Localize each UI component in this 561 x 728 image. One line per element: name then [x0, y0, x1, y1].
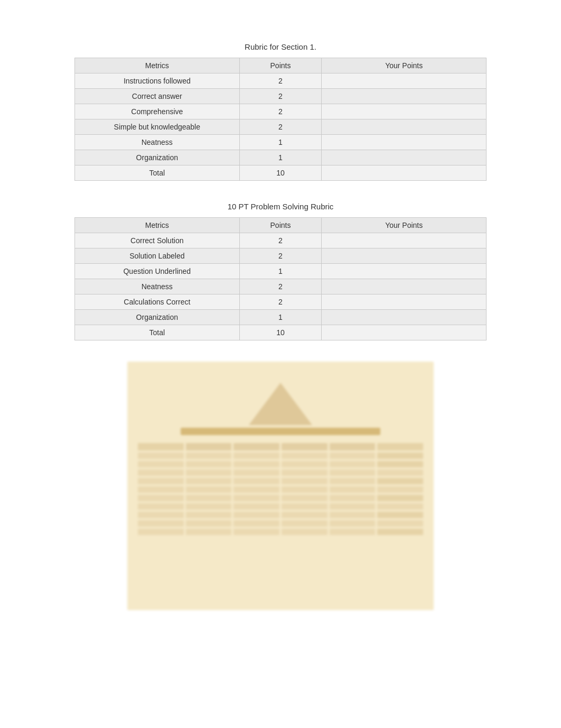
img-cell — [330, 443, 376, 450]
table-row: Neatness 2 — [75, 279, 487, 294]
table-row: Correct Solution 2 — [75, 233, 487, 248]
img-cell — [377, 520, 423, 527]
img-cell — [282, 520, 328, 527]
img-cell — [186, 520, 232, 527]
img-cell — [186, 529, 232, 535]
img-cell — [377, 461, 423, 467]
metric-cell: Total — [75, 325, 240, 340]
section-2-rubric: 10 PT Problem Solving Rubric Metrics Poi… — [32, 202, 529, 340]
table-row: Organization 1 — [75, 310, 487, 325]
img-cell — [377, 529, 423, 535]
img-cell — [330, 520, 376, 527]
points-cell: 1 — [239, 264, 322, 279]
img-cell — [186, 495, 232, 501]
points-cell: 2 — [239, 233, 322, 248]
blurred-image-inner — [127, 362, 434, 610]
metric-cell: Simple but knowledgeable — [75, 119, 240, 135]
img-cell — [233, 461, 279, 467]
img-row — [138, 469, 423, 476]
your-points-cell — [322, 310, 487, 325]
your-points-cell — [322, 248, 487, 264]
img-cell — [330, 495, 376, 501]
img-cell — [233, 512, 279, 518]
metric-cell: Neatness — [75, 135, 240, 150]
img-cell — [233, 443, 279, 450]
points-cell: 1 — [239, 150, 322, 165]
img-cell — [282, 512, 328, 518]
points-cell: 2 — [239, 73, 322, 89]
your-points-cell — [322, 89, 487, 104]
img-row — [138, 529, 423, 535]
section-1-table: Metrics Points Your Points Instructions … — [74, 58, 487, 181]
blurred-document-image — [127, 362, 434, 610]
img-cell — [138, 469, 184, 476]
img-cell — [186, 486, 232, 493]
section-2-table: Metrics Points Your Points Correct Solut… — [74, 217, 487, 340]
metric-cell: Neatness — [75, 279, 240, 294]
img-cell — [330, 453, 376, 459]
table-row: Instructions followed 2 — [75, 73, 487, 89]
decorative-title-bar — [181, 428, 380, 435]
img-cell — [330, 503, 376, 510]
img-cell — [282, 478, 328, 484]
img-cell — [377, 486, 423, 493]
img-cell — [377, 443, 423, 450]
img-cell — [186, 469, 232, 476]
metric-cell: Total — [75, 165, 240, 181]
img-row — [138, 495, 423, 501]
metric-cell: Instructions followed — [75, 73, 240, 89]
table-row: Solution Labeled 2 — [75, 248, 487, 264]
img-cell — [282, 486, 328, 493]
points-cell: 2 — [239, 89, 322, 104]
img-row — [138, 520, 423, 527]
img-cell — [186, 443, 232, 450]
img-cell — [330, 469, 376, 476]
img-cell — [330, 461, 376, 467]
section-1-title: Rubric for Section 1. — [32, 42, 529, 51]
points-cell: 2 — [239, 294, 322, 310]
table-row: Calculations Correct 2 — [75, 294, 487, 310]
your-points-cell — [322, 73, 487, 89]
img-cell — [138, 478, 184, 484]
your-points-cell — [322, 135, 487, 150]
img-cell — [377, 469, 423, 476]
metric-cell: Organization — [75, 150, 240, 165]
img-cell — [330, 529, 376, 535]
img-cell — [138, 443, 184, 450]
table-row: Correct answer 2 — [75, 89, 487, 104]
img-cell — [282, 443, 328, 450]
metric-cell: Calculations Correct — [75, 294, 240, 310]
img-row — [138, 443, 423, 450]
img-cell — [377, 478, 423, 484]
img-row — [138, 478, 423, 484]
col-header-your-points: Your Points — [322, 218, 487, 233]
points-cell: 1 — [239, 310, 322, 325]
img-cell — [138, 529, 184, 535]
col-header-points: Points — [239, 218, 322, 233]
img-cell — [233, 453, 279, 459]
img-cell — [233, 520, 279, 527]
img-cell — [138, 461, 184, 467]
img-cell — [138, 512, 184, 518]
decorative-table — [138, 443, 423, 535]
img-cell — [330, 486, 376, 493]
img-cell — [377, 495, 423, 501]
metric-cell: Comprehensive — [75, 104, 240, 119]
img-cell — [138, 495, 184, 501]
your-points-cell — [322, 325, 487, 340]
col-header-metrics: Metrics — [75, 218, 240, 233]
metric-cell: Correct answer — [75, 89, 240, 104]
table-row: Question Underlined 1 — [75, 264, 487, 279]
points-cell: 2 — [239, 119, 322, 135]
points-cell: 10 — [239, 165, 322, 181]
img-cell — [330, 512, 376, 518]
img-row — [138, 512, 423, 518]
img-cell — [330, 478, 376, 484]
img-cell — [233, 503, 279, 510]
table-row: Organization 1 — [75, 150, 487, 165]
img-cell — [138, 503, 184, 510]
img-cell — [282, 461, 328, 467]
img-cell — [377, 503, 423, 510]
img-row — [138, 486, 423, 493]
img-cell — [186, 512, 232, 518]
